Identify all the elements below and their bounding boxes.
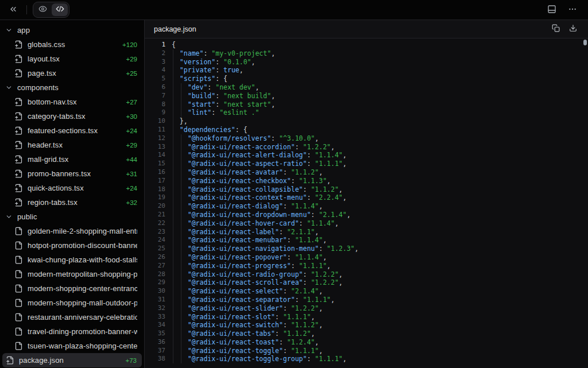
tree-item-promo-banners-tsx[interactable]: promo-banners.tsx+31 bbox=[0, 166, 144, 181]
code-line-content: "@radix-ui/react-alert-dialog": "1.1.4", bbox=[165, 151, 347, 160]
tree-item-category-tabs-tsx[interactable]: category-tabs.tsx+30 bbox=[0, 109, 144, 123]
indent-guide bbox=[173, 270, 173, 279]
token-punc: , bbox=[331, 296, 335, 304]
token-punc: , bbox=[319, 347, 323, 355]
code-line: 33 "@radix-ui/react-slot": "1.1.1", bbox=[145, 313, 588, 321]
token-punc bbox=[172, 185, 188, 193]
toolbar-right-group bbox=[544, 2, 580, 17]
ellipsis-icon bbox=[568, 5, 577, 16]
tree-folder-app[interactable]: app bbox=[0, 23, 144, 37]
tree-item-globals-css[interactable]: globals.css+120 bbox=[0, 37, 144, 52]
tree-item-bottom-nav-tsx[interactable]: bottom-nav.tsx+27 bbox=[0, 95, 144, 109]
tree-item-kwai-chung-plaza-with-food-stalls-j[interactable]: kwai-chung-plaza-with-food-stalls.j… bbox=[0, 253, 144, 267]
code-icon bbox=[56, 5, 64, 15]
indent-guide bbox=[173, 92, 173, 100]
tree-folder-public[interactable]: public bbox=[0, 210, 144, 224]
tree-item-package-json[interactable]: package.json+73 bbox=[2, 353, 142, 367]
line-number: 37 bbox=[145, 347, 165, 355]
tree-item-quick-actions-tsx[interactable]: quick-actions.tsx+24 bbox=[0, 181, 144, 195]
tree-item-tsuen-wan-plaza-shopping-center-jpg[interactable]: tsuen-wan-plaza-shopping-center.jpg bbox=[0, 339, 144, 353]
token-key: "@radix-ui/react-navigation-menu" bbox=[188, 245, 319, 253]
token-str: "1.2.2" bbox=[311, 278, 338, 286]
indent-guide bbox=[173, 126, 173, 134]
file-icon bbox=[14, 284, 23, 293]
diff-count-badge: +27 bbox=[126, 99, 137, 106]
file-label: layout.tsx bbox=[28, 55, 121, 63]
copy-code-button[interactable] bbox=[549, 22, 563, 36]
token-punc: , bbox=[327, 177, 331, 185]
token-str: "1.1.1" bbox=[299, 262, 327, 270]
token-punc: }, bbox=[172, 117, 188, 125]
tree-item-travel-dining-promotion-banner-with[interactable]: travel-dining-promotion-banner-with… bbox=[0, 324, 144, 339]
file-label: golden-mile-2-shopping-mall-entran… bbox=[28, 227, 137, 235]
token-str: "2.2.4" bbox=[315, 193, 342, 202]
token-key: "@radix-ui/react-avatar" bbox=[188, 168, 283, 176]
editor-scrollbar[interactable] bbox=[582, 38, 588, 368]
code-toggle-button[interactable] bbox=[52, 3, 68, 16]
token-punc bbox=[172, 287, 188, 295]
tree-item-modern-metropolitan-shopping-plaz[interactable]: modern-metropolitan-shopping-plaz… bbox=[0, 267, 144, 281]
tree-item-mall-grid-tsx[interactable]: mall-grid.tsx+44 bbox=[0, 152, 144, 166]
scrollbar-thumb[interactable] bbox=[583, 40, 587, 45]
tree-item-hotpot-promotion-discount-banner-j[interactable]: hotpot-promotion-discount-banner.j… bbox=[0, 238, 144, 253]
file-label: bottom-nav.tsx bbox=[28, 98, 121, 106]
indent-guide bbox=[173, 66, 173, 75]
token-punc: { bbox=[172, 41, 176, 49]
code-line: 19 "@radix-ui/react-context-menu": "2.2.… bbox=[145, 193, 588, 202]
token-punc bbox=[219, 100, 223, 109]
more-options-button[interactable] bbox=[565, 2, 580, 17]
tree-folder-components[interactable]: components bbox=[0, 80, 144, 95]
indent-guide bbox=[173, 117, 173, 126]
file-label: globals.css bbox=[28, 40, 118, 49]
line-number: 6 bbox=[145, 83, 165, 92]
line-number: 28 bbox=[145, 270, 165, 279]
code-viewer[interactable]: 1{2 "name": "my-v0-project",3 "version":… bbox=[145, 38, 588, 368]
collapse-sidebar-button[interactable] bbox=[6, 2, 21, 17]
token-punc bbox=[219, 92, 223, 100]
tree-item-header-tsx[interactable]: header.tsx+29 bbox=[0, 138, 144, 152]
line-number: 32 bbox=[145, 304, 165, 313]
token-punc: , bbox=[323, 236, 327, 244]
tree-item-modern-shopping-center-entrance[interactable]: modern-shopping-center-entrance-… bbox=[0, 281, 144, 296]
indent-guide bbox=[173, 296, 173, 304]
token-key: "@radix-ui/react-alert-dialog" bbox=[188, 151, 307, 159]
preview-toggle-button[interactable] bbox=[34, 3, 51, 16]
token-punc bbox=[172, 168, 188, 176]
tree-item-restaurant-anniversary-celebration[interactable]: restaurant-anniversary-celebration-… bbox=[0, 310, 144, 324]
code-line: 9 "lint": "eslint ." bbox=[145, 109, 588, 117]
indent-guide bbox=[181, 296, 181, 304]
editor-header: package.json bbox=[145, 20, 588, 38]
token-key: "scripts" bbox=[180, 75, 215, 83]
file-icon bbox=[14, 241, 23, 250]
token-punc bbox=[287, 321, 291, 329]
token-key: "@radix-ui/react-toast" bbox=[188, 338, 279, 346]
download-code-button[interactable] bbox=[566, 22, 580, 36]
indent-guide bbox=[173, 228, 173, 237]
diff-count-badge: +73 bbox=[125, 357, 137, 364]
indent-guide bbox=[173, 185, 173, 194]
token-punc: , bbox=[335, 219, 339, 227]
file-label: restaurant-anniversary-celebration-… bbox=[28, 313, 137, 321]
token-key: "@radix-ui/react-checkbox" bbox=[188, 177, 291, 185]
tree-item-featured-sections-tsx[interactable]: featured-sections.tsx+24 bbox=[0, 123, 144, 138]
file-plus-icon bbox=[14, 155, 23, 164]
code-line-content: "@radix-ui/react-slider": "1.2.2", bbox=[165, 304, 323, 313]
token-punc bbox=[172, 202, 188, 210]
file-label: region-tabs.tsx bbox=[28, 198, 121, 207]
file-plus-icon bbox=[14, 126, 23, 135]
token-punc: , bbox=[347, 211, 351, 219]
tree-item-page-tsx[interactable]: page.tsx+25 bbox=[0, 66, 144, 80]
tree-item-modern-shopping-mall-outdoor-plaz[interactable]: modern-shopping-mall-outdoor-plaz… bbox=[0, 296, 144, 310]
diff-count-badge: +120 bbox=[122, 41, 137, 48]
panel-bottom-button[interactable] bbox=[544, 2, 559, 17]
token-key: "@radix-ui/react-context-menu" bbox=[188, 193, 307, 202]
tree-item-region-tabs-tsx[interactable]: region-tabs.tsx+32 bbox=[0, 195, 144, 210]
code-line-content: "@radix-ui/react-toggle-group": "1.1.1", bbox=[165, 355, 347, 363]
token-key: "@radix-ui/react-popover" bbox=[188, 253, 287, 261]
token-punc bbox=[172, 270, 188, 278]
token-punc bbox=[279, 313, 283, 321]
code-line: 14 "@radix-ui/react-alert-dialog": "1.1.… bbox=[145, 151, 588, 160]
token-punc: , bbox=[355, 245, 359, 253]
tree-item-layout-tsx[interactable]: layout.tsx+29 bbox=[0, 52, 144, 66]
tree-item-golden-mile-2-shopping-mall-entran[interactable]: golden-mile-2-shopping-mall-entran… bbox=[0, 224, 144, 238]
